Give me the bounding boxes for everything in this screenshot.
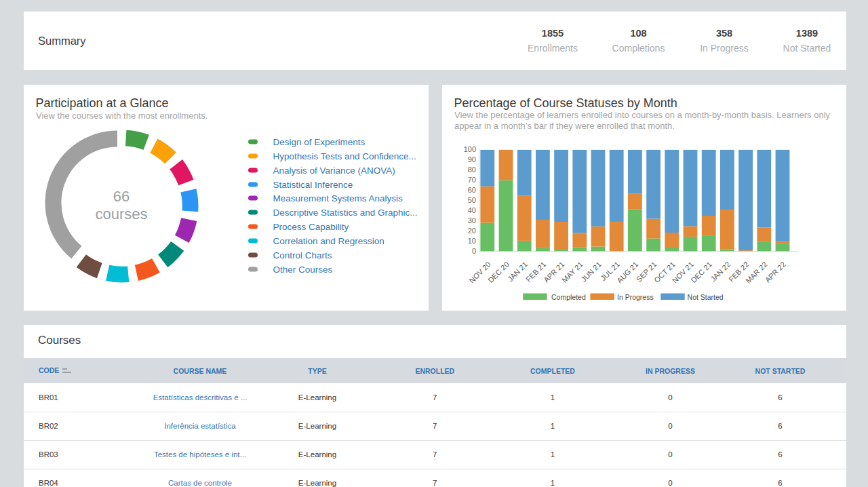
svg-text:0: 0 xyxy=(472,247,476,255)
svg-text:80: 80 xyxy=(468,165,476,174)
svg-text:50: 50 xyxy=(468,196,476,204)
svg-text:40: 40 xyxy=(468,206,476,214)
svg-text:In Progress: In Progress xyxy=(617,293,654,301)
svg-text:Completed: Completed xyxy=(551,293,586,301)
svg-text:MAY 21: MAY 21 xyxy=(560,260,584,284)
svg-text:70: 70 xyxy=(468,176,476,184)
svg-text:60: 60 xyxy=(468,186,476,194)
svg-text:20: 20 xyxy=(468,227,476,235)
svg-text:10: 10 xyxy=(468,237,476,245)
svg-text:JUN 21: JUN 21 xyxy=(579,260,602,283)
svg-text:Not Started: Not Started xyxy=(688,293,724,301)
svg-text:90: 90 xyxy=(468,155,476,163)
svg-text:30: 30 xyxy=(468,216,476,225)
svg-text:APR 22: APR 22 xyxy=(764,260,787,284)
svg-text:100: 100 xyxy=(464,145,476,153)
